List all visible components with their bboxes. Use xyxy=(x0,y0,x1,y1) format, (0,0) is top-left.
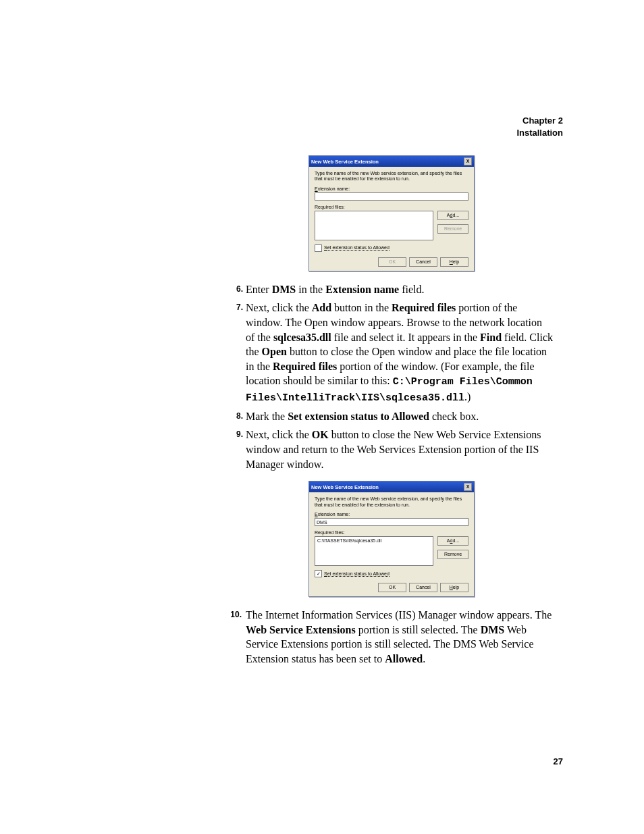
dialog-intro-text: Type the name of the new Web service ext… xyxy=(315,496,468,508)
chapter-label: Chapter 2 xyxy=(516,115,563,127)
step-8: Mark the Set extension status to Allowed… xyxy=(230,409,554,424)
ok-button[interactable]: OK xyxy=(378,583,406,592)
allowed-checkbox[interactable]: ✓ xyxy=(315,570,322,577)
extension-name-label: EExtension name:xtension name: xyxy=(315,186,468,191)
instruction-list: Enter DMS in the Extension name field. N… xyxy=(230,282,554,471)
step-10: The Internet Information Services (IIS) … xyxy=(230,608,554,666)
help-button[interactable]: Help xyxy=(440,583,468,592)
dialog-intro-text: Type the name of the new Web service ext… xyxy=(315,171,468,182)
cancel-button[interactable]: Cancel xyxy=(409,257,437,267)
add-button[interactable]: Add... xyxy=(437,536,468,546)
allowed-checkbox[interactable] xyxy=(315,244,322,252)
step-9: Next, click the OK button to close the N… xyxy=(230,427,554,471)
required-files-label: Required files: xyxy=(315,205,468,209)
dialog-new-web-service-extension-empty: New Web Service Extension X Type the nam… xyxy=(308,155,475,271)
dialog-titlebar: New Web Service Extension X xyxy=(309,156,474,167)
instruction-list-continued: The Internet Information Services (IIS) … xyxy=(230,608,554,666)
page-header: Chapter 2 Installation xyxy=(516,115,563,139)
step-6: Enter DMS in the Extension name field. xyxy=(230,282,554,297)
cancel-button[interactable]: Cancel xyxy=(409,583,437,592)
remove-button[interactable]: Remove xyxy=(437,550,468,559)
allowed-checkbox-label: Set extension status to Allowed xyxy=(324,245,390,251)
close-icon[interactable]: X xyxy=(464,483,472,491)
section-label: Installation xyxy=(516,127,563,139)
remove-button: Remove xyxy=(437,224,468,234)
required-files-label: Required files: xyxy=(315,530,468,535)
close-icon[interactable]: X xyxy=(464,157,472,165)
extension-name-input[interactable] xyxy=(315,192,468,201)
dialog-titlebar: New Web Service Extension X xyxy=(309,481,474,492)
page-number: 27 xyxy=(554,756,563,766)
add-button[interactable]: Add... xyxy=(437,211,468,220)
dialog-new-web-service-extension-filled: New Web Service Extension X Type the nam… xyxy=(308,481,475,597)
required-files-listbox[interactable]: C:\ITASSETS\IIS\sqlcesa35.dll xyxy=(315,536,433,566)
dialog-title: New Web Service Extension xyxy=(311,484,379,490)
extension-name-input[interactable]: DMS xyxy=(315,518,468,526)
extension-name-label: Extension name: xyxy=(315,512,468,517)
required-files-listbox[interactable] xyxy=(315,211,433,240)
step-7: Next, click the Add button in the Requir… xyxy=(230,301,554,405)
allowed-checkbox-label: Set extension status to Allowed xyxy=(324,571,390,577)
ok-button: OK xyxy=(378,257,406,267)
dialog-title: New Web Service Extension xyxy=(311,159,379,165)
help-button[interactable]: Help xyxy=(440,257,468,267)
